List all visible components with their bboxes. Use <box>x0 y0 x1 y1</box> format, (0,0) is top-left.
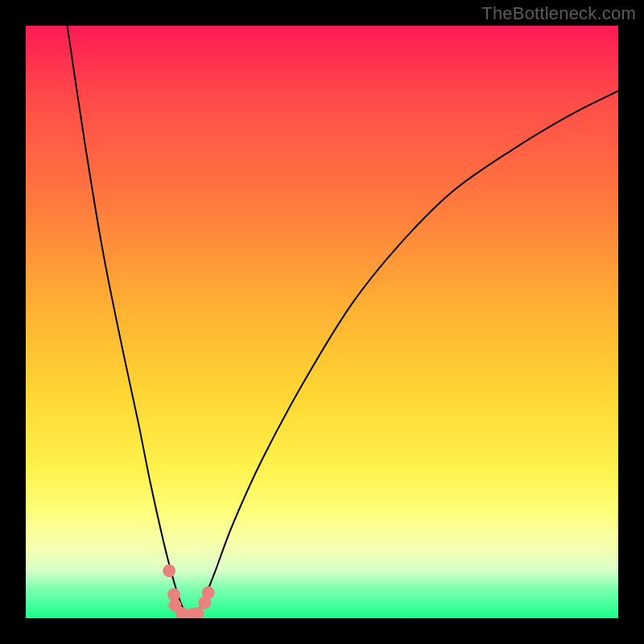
curve-marker <box>163 564 175 577</box>
curve-layer <box>26 26 618 618</box>
curve-marker <box>202 586 215 599</box>
plot-area <box>26 26 618 618</box>
curve-markers <box>163 564 215 618</box>
watermark-text: TheBottleneck.com <box>481 3 636 24</box>
bottleneck-curve-path <box>68 26 618 615</box>
chart-frame: TheBottleneck.com <box>0 0 644 644</box>
